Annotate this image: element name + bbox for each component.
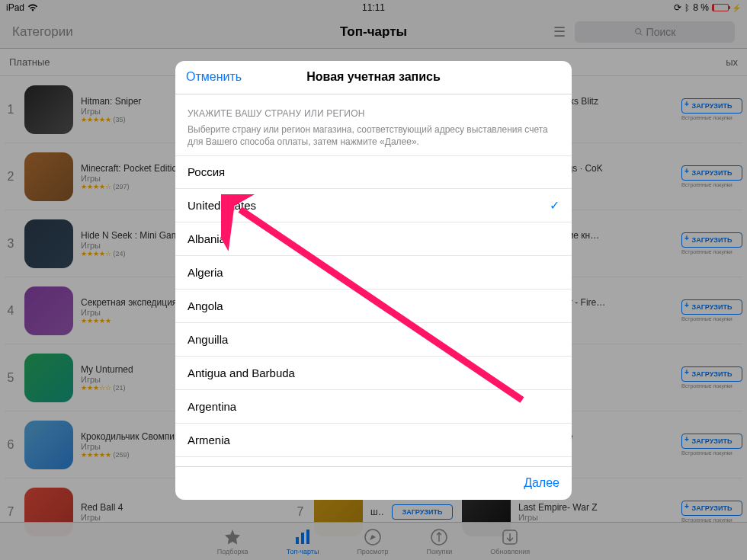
checkmark-icon: ✓ <box>550 198 559 213</box>
country-row[interactable]: Россия <box>175 155 572 189</box>
country-row[interactable]: Australia <box>175 457 572 466</box>
country-row[interactable]: Argentina <box>175 390 572 424</box>
country-name: Albania <box>188 232 226 245</box>
country-row[interactable]: Algeria <box>175 256 572 290</box>
cancel-button[interactable]: Отменить <box>186 70 242 84</box>
modal-title: Новая учетная запись <box>306 70 441 84</box>
section-header: Укажите вашу страну или регион <box>175 94 572 123</box>
country-row[interactable]: Armenia <box>175 424 572 457</box>
country-name: Armenia <box>188 434 230 446</box>
country-row[interactable]: Angola <box>175 290 572 323</box>
country-name: Antigua and Barbuda <box>188 366 295 379</box>
country-name: Anguilla <box>188 333 228 346</box>
modal-body: Укажите вашу страну или регион Выберите … <box>175 94 572 466</box>
country-row[interactable]: Antigua and Barbuda <box>175 357 572 390</box>
country-name: Algeria <box>188 266 223 279</box>
country-row[interactable]: Albania <box>175 222 572 256</box>
modal-header: Отменить Новая учетная запись <box>175 61 572 94</box>
country-name: Argentina <box>188 400 236 413</box>
new-account-modal: Отменить Новая учетная запись Укажите ва… <box>175 61 572 500</box>
country-row[interactable]: Anguilla <box>175 323 572 357</box>
country-name: United States <box>188 199 256 212</box>
country-row[interactable]: United States✓ <box>175 189 572 222</box>
next-button[interactable]: Далее <box>524 476 559 490</box>
country-name: Angola <box>188 299 223 312</box>
section-description: Выберите страну или регион магазина, соо… <box>175 123 572 155</box>
country-list[interactable]: РоссияUnited States✓AlbaniaAlgeriaAngola… <box>175 155 572 466</box>
country-name: Россия <box>188 165 225 178</box>
modal-footer: Далее <box>175 466 572 500</box>
